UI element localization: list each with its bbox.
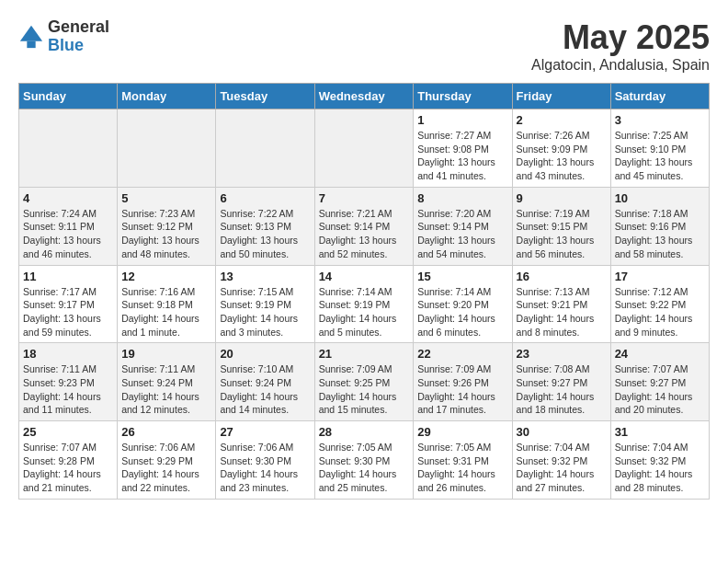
title-block: May 2025 Algatocin, Andalusia, Spain: [531, 18, 710, 74]
day-info: Sunrise: 7:14 AM Sunset: 9:20 PM Dayligh…: [417, 285, 507, 339]
calendar-cell: 19Sunrise: 7:11 AM Sunset: 9:24 PM Dayli…: [118, 343, 216, 421]
day-number: 27: [220, 425, 310, 439]
day-info: Sunrise: 7:09 AM Sunset: 9:26 PM Dayligh…: [417, 362, 507, 417]
day-info: Sunrise: 7:17 AM Sunset: 9:17 PM Dayligh…: [23, 285, 113, 339]
day-info: Sunrise: 7:07 AM Sunset: 9:28 PM Dayligh…: [23, 441, 113, 495]
day-info: Sunrise: 7:11 AM Sunset: 9:23 PM Dayligh…: [23, 362, 113, 417]
calendar-cell: 12Sunrise: 7:16 AM Sunset: 9:18 PM Dayli…: [118, 265, 216, 343]
header-thursday: Thursday: [414, 84, 512, 109]
day-number: 13: [220, 270, 310, 283]
calendar-cell: 16Sunrise: 7:13 AM Sunset: 9:21 PM Dayli…: [512, 265, 610, 343]
day-info: Sunrise: 7:16 AM Sunset: 9:18 PM Dayligh…: [121, 285, 211, 339]
calendar-cell: 26Sunrise: 7:06 AM Sunset: 9:29 PM Dayli…: [118, 421, 216, 500]
day-info: Sunrise: 7:23 AM Sunset: 9:12 PM Dayligh…: [121, 207, 211, 261]
day-number: 28: [319, 425, 410, 439]
month-title: May 2025: [531, 18, 710, 57]
calendar-cell: [216, 109, 314, 188]
calendar-cell: 29Sunrise: 7:05 AM Sunset: 9:31 PM Dayli…: [414, 421, 512, 500]
calendar-cell: 2Sunrise: 7:26 AM Sunset: 9:09 PM Daylig…: [512, 109, 610, 188]
header-wednesday: Wednesday: [314, 84, 414, 109]
day-number: 25: [23, 425, 113, 439]
day-info: Sunrise: 7:26 AM Sunset: 9:09 PM Dayligh…: [517, 129, 607, 183]
svg-rect-1: [27, 40, 35, 47]
page-header: General Blue May 2025 Algatocin, Andalus…: [18, 18, 710, 74]
day-info: Sunrise: 7:13 AM Sunset: 9:21 PM Dayligh…: [517, 285, 607, 339]
calendar-cell: [19, 109, 118, 188]
day-number: 15: [417, 270, 507, 283]
logo-icon: [18, 24, 44, 50]
calendar-cell: 17Sunrise: 7:12 AM Sunset: 9:22 PM Dayli…: [610, 265, 709, 343]
day-number: 18: [23, 347, 113, 361]
day-number: 7: [319, 191, 410, 205]
calendar-week-3: 11Sunrise: 7:17 AM Sunset: 9:17 PM Dayli…: [19, 265, 710, 343]
day-number: 8: [417, 191, 507, 205]
calendar-cell: 4Sunrise: 7:24 AM Sunset: 9:11 PM Daylig…: [19, 187, 118, 265]
day-info: Sunrise: 7:10 AM Sunset: 9:24 PM Dayligh…: [220, 362, 310, 417]
calendar-cell: 20Sunrise: 7:10 AM Sunset: 9:24 PM Dayli…: [216, 343, 314, 421]
logo-text: General Blue: [48, 18, 109, 55]
day-info: Sunrise: 7:25 AM Sunset: 9:10 PM Dayligh…: [615, 129, 705, 183]
calendar-cell: 5Sunrise: 7:23 AM Sunset: 9:12 PM Daylig…: [118, 187, 216, 265]
header-monday: Monday: [118, 84, 216, 109]
calendar-week-2: 4Sunrise: 7:24 AM Sunset: 9:11 PM Daylig…: [19, 187, 710, 265]
day-number: 10: [615, 191, 705, 205]
day-info: Sunrise: 7:06 AM Sunset: 9:29 PM Dayligh…: [121, 441, 211, 495]
header-tuesday: Tuesday: [216, 84, 314, 109]
day-info: Sunrise: 7:21 AM Sunset: 9:14 PM Dayligh…: [319, 207, 410, 261]
day-info: Sunrise: 7:22 AM Sunset: 9:13 PM Dayligh…: [220, 207, 310, 261]
calendar-cell: 18Sunrise: 7:11 AM Sunset: 9:23 PM Dayli…: [19, 343, 118, 421]
day-number: 17: [615, 270, 705, 283]
day-number: 6: [220, 191, 310, 205]
calendar-header-row: SundayMondayTuesdayWednesdayThursdayFrid…: [19, 84, 710, 109]
day-number: 29: [417, 425, 507, 439]
calendar-cell: 6Sunrise: 7:22 AM Sunset: 9:13 PM Daylig…: [216, 187, 314, 265]
day-number: 23: [517, 347, 607, 361]
day-number: 30: [517, 425, 607, 439]
calendar-cell: [118, 109, 216, 188]
day-number: 24: [615, 347, 705, 361]
calendar-cell: 7Sunrise: 7:21 AM Sunset: 9:14 PM Daylig…: [314, 187, 414, 265]
calendar-cell: 21Sunrise: 7:09 AM Sunset: 9:25 PM Dayli…: [314, 343, 414, 421]
calendar-week-1: 1Sunrise: 7:27 AM Sunset: 9:08 PM Daylig…: [19, 109, 710, 188]
day-number: 26: [121, 425, 211, 439]
day-info: Sunrise: 7:09 AM Sunset: 9:25 PM Dayligh…: [319, 362, 410, 417]
calendar-cell: 15Sunrise: 7:14 AM Sunset: 9:20 PM Dayli…: [414, 265, 512, 343]
logo: General Blue: [18, 18, 109, 55]
calendar-week-4: 18Sunrise: 7:11 AM Sunset: 9:23 PM Dayli…: [19, 343, 710, 421]
calendar-week-5: 25Sunrise: 7:07 AM Sunset: 9:28 PM Dayli…: [19, 421, 710, 500]
calendar-cell: 3Sunrise: 7:25 AM Sunset: 9:10 PM Daylig…: [610, 109, 709, 188]
day-number: 19: [121, 347, 211, 361]
calendar-cell: 22Sunrise: 7:09 AM Sunset: 9:26 PM Dayli…: [414, 343, 512, 421]
day-info: Sunrise: 7:05 AM Sunset: 9:31 PM Dayligh…: [417, 441, 507, 495]
day-info: Sunrise: 7:07 AM Sunset: 9:27 PM Dayligh…: [615, 362, 705, 417]
calendar-cell: 11Sunrise: 7:17 AM Sunset: 9:17 PM Dayli…: [19, 265, 118, 343]
calendar-cell: 30Sunrise: 7:04 AM Sunset: 9:32 PM Dayli…: [512, 421, 610, 500]
day-info: Sunrise: 7:18 AM Sunset: 9:16 PM Dayligh…: [615, 207, 705, 261]
logo-general: General: [48, 18, 109, 37]
calendar-cell: 24Sunrise: 7:07 AM Sunset: 9:27 PM Dayli…: [610, 343, 709, 421]
calendar-cell: 13Sunrise: 7:15 AM Sunset: 9:19 PM Dayli…: [216, 265, 314, 343]
calendar-cell: 27Sunrise: 7:06 AM Sunset: 9:30 PM Dayli…: [216, 421, 314, 500]
calendar-cell: 28Sunrise: 7:05 AM Sunset: 9:30 PM Dayli…: [314, 421, 414, 500]
calendar-table: SundayMondayTuesdayWednesdayThursdayFrid…: [18, 83, 710, 500]
calendar-cell: 9Sunrise: 7:19 AM Sunset: 9:15 PM Daylig…: [512, 187, 610, 265]
day-number: 31: [615, 425, 705, 439]
day-number: 12: [121, 270, 211, 283]
calendar-cell: 25Sunrise: 7:07 AM Sunset: 9:28 PM Dayli…: [19, 421, 118, 500]
calendar-cell: [314, 109, 414, 188]
day-number: 1: [417, 113, 507, 127]
calendar-cell: 10Sunrise: 7:18 AM Sunset: 9:16 PM Dayli…: [610, 187, 709, 265]
day-info: Sunrise: 7:15 AM Sunset: 9:19 PM Dayligh…: [220, 285, 310, 339]
header-saturday: Saturday: [610, 84, 709, 109]
calendar-cell: 23Sunrise: 7:08 AM Sunset: 9:27 PM Dayli…: [512, 343, 610, 421]
calendar-cell: 31Sunrise: 7:04 AM Sunset: 9:32 PM Dayli…: [610, 421, 709, 500]
day-number: 20: [220, 347, 310, 361]
day-number: 16: [517, 270, 607, 283]
calendar-cell: 8Sunrise: 7:20 AM Sunset: 9:14 PM Daylig…: [414, 187, 512, 265]
svg-marker-0: [20, 26, 42, 41]
location: Algatocin, Andalusia, Spain: [531, 57, 710, 74]
day-info: Sunrise: 7:11 AM Sunset: 9:24 PM Dayligh…: [121, 362, 211, 417]
day-info: Sunrise: 7:04 AM Sunset: 9:32 PM Dayligh…: [615, 441, 705, 495]
day-info: Sunrise: 7:04 AM Sunset: 9:32 PM Dayligh…: [517, 441, 607, 495]
day-number: 14: [319, 270, 410, 283]
